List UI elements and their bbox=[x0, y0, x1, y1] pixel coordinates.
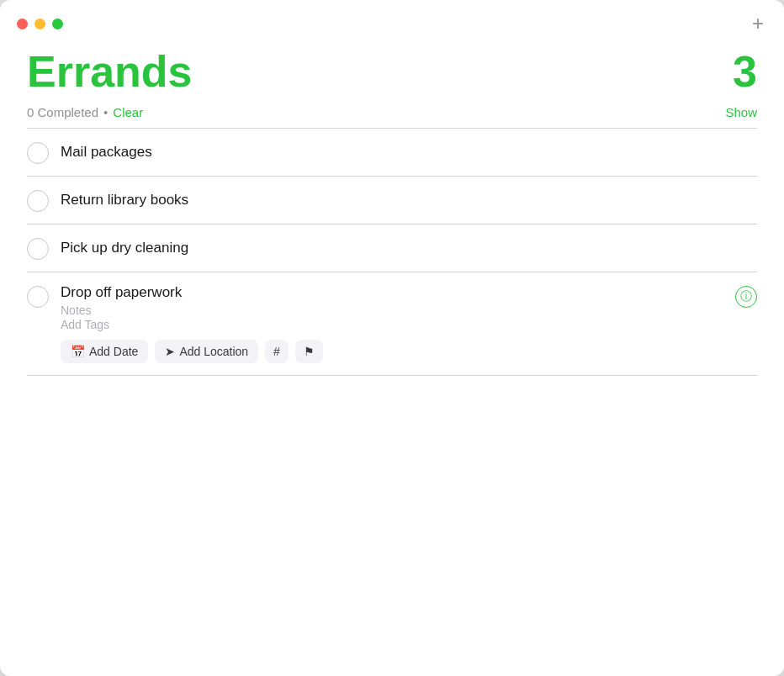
task-checkbox[interactable] bbox=[27, 142, 49, 164]
hashtag-button[interactable]: # bbox=[265, 340, 289, 363]
task-item-expanded: Drop off paperwork Notes Add Tags 📅 Add … bbox=[27, 272, 757, 376]
show-button[interactable]: Show bbox=[725, 105, 757, 119]
task-checkbox[interactable] bbox=[27, 238, 49, 260]
status-left: 0 Completed • Clear bbox=[27, 105, 143, 119]
task-item: Return library books bbox=[27, 177, 757, 224]
info-icon: ⓘ bbox=[740, 289, 752, 304]
task-checkbox[interactable] bbox=[27, 286, 49, 308]
separator-dot: • bbox=[103, 105, 108, 119]
close-button[interactable] bbox=[17, 18, 28, 29]
task-checkbox[interactable] bbox=[27, 190, 49, 212]
calendar-icon: 📅 bbox=[71, 345, 85, 358]
list-header: Errands 3 bbox=[27, 49, 757, 95]
main-content: Errands 3 0 Completed • Clear Show Mail … bbox=[0, 40, 784, 676]
task-text: Return library books bbox=[61, 192, 757, 209]
title-bar: + bbox=[0, 0, 784, 40]
task-item: Pick up dry cleaning bbox=[27, 224, 757, 272]
task-tags-placeholder[interactable]: Add Tags bbox=[61, 318, 723, 331]
status-bar: 0 Completed • Clear Show bbox=[27, 105, 757, 119]
task-text: Mail packages bbox=[61, 144, 757, 161]
task-content: Mail packages bbox=[61, 144, 757, 161]
minimize-button[interactable] bbox=[34, 18, 45, 29]
traffic-lights bbox=[17, 18, 63, 29]
completed-label: 0 Completed bbox=[27, 105, 98, 119]
task-content-expanded: Drop off paperwork Notes Add Tags 📅 Add … bbox=[61, 284, 723, 363]
list-count: 3 bbox=[733, 49, 757, 95]
task-item: Mail packages bbox=[27, 129, 757, 177]
task-text: Drop off paperwork bbox=[61, 284, 723, 301]
task-actions: 📅 Add Date ➤ Add Location # ⚑ bbox=[61, 340, 723, 363]
list-title: Errands bbox=[27, 49, 193, 95]
maximize-button[interactable] bbox=[52, 18, 63, 29]
task-text: Pick up dry cleaning bbox=[61, 240, 757, 256]
hashtag-icon: # bbox=[273, 345, 280, 358]
task-notes-placeholder[interactable]: Notes bbox=[61, 304, 723, 317]
info-button[interactable]: ⓘ bbox=[735, 286, 757, 308]
flag-button[interactable]: ⚑ bbox=[295, 340, 323, 363]
location-icon: ➤ bbox=[165, 345, 175, 358]
add-item-button[interactable]: + bbox=[749, 13, 767, 34]
task-list: Mail packages Return library books Pick … bbox=[27, 129, 757, 676]
app-window: + Errands 3 0 Completed • Clear Show Mai… bbox=[0, 0, 784, 676]
task-content: Pick up dry cleaning bbox=[61, 240, 757, 256]
clear-button[interactable]: Clear bbox=[113, 105, 143, 119]
add-date-label: Add Date bbox=[89, 345, 138, 358]
task-content: Return library books bbox=[61, 192, 757, 209]
add-location-label: Add Location bbox=[179, 345, 248, 358]
add-date-button[interactable]: 📅 Add Date bbox=[61, 340, 148, 363]
add-location-button[interactable]: ➤ Add Location bbox=[155, 340, 258, 363]
flag-icon: ⚑ bbox=[304, 345, 315, 358]
